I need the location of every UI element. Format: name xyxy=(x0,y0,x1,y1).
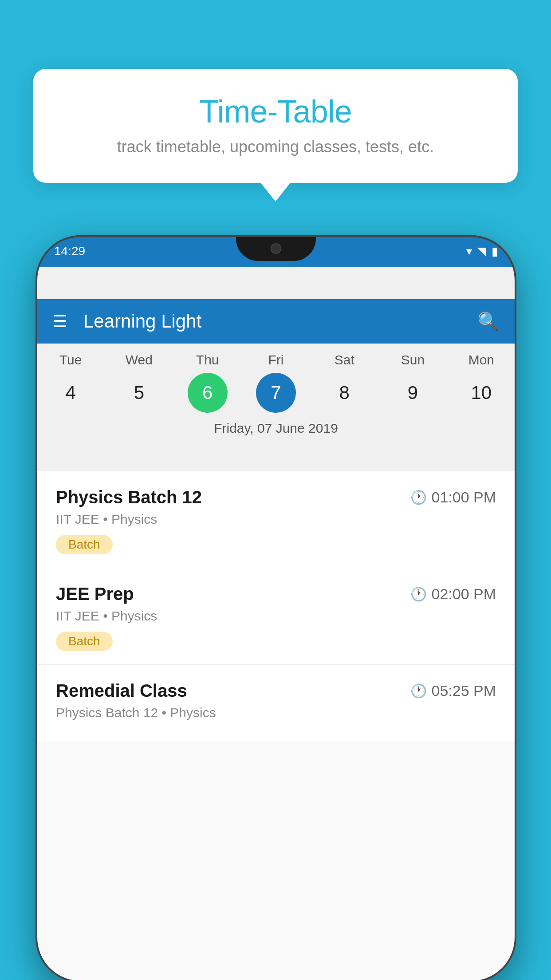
item-row1: Physics Batch 12 🕐 01:00 PM xyxy=(56,487,496,507)
status-icons: ▾ ◥ ▮ xyxy=(466,245,498,258)
day-names-row: Tue Wed Thu Fri Sat Sun Mon xyxy=(36,344,516,371)
bubble-subtitle: track timetable, upcoming classes, tests… xyxy=(60,138,491,156)
speech-bubble: Time-Table track timetable, upcoming cla… xyxy=(33,69,518,183)
clock-icon-2: 🕐 xyxy=(410,586,427,602)
day-sat[interactable]: Sat xyxy=(315,352,373,368)
app-bar: ☰ Learning Light 🔍 xyxy=(36,299,516,344)
time-value-2: 02:00 PM xyxy=(431,585,496,603)
hamburger-icon[interactable]: ☰ xyxy=(52,313,67,330)
day-tue[interactable]: Tue xyxy=(42,352,99,368)
calendar-strip: Tue Wed Thu Fri Sat Sun Mon 4 5 6 7 8 9 … xyxy=(36,344,516,450)
date-9[interactable]: 9 xyxy=(393,373,433,413)
batch-badge-1: Batch xyxy=(56,535,113,554)
day-mon[interactable]: Mon xyxy=(453,352,510,368)
schedule-item-3[interactable]: Remedial Class 🕐 05:25 PM Physics Batch … xyxy=(36,665,516,742)
selected-date-label: Friday, 07 June 2019 xyxy=(36,418,516,442)
date-10[interactable]: 10 xyxy=(461,373,501,413)
date-8[interactable]: 8 xyxy=(324,373,364,413)
date-4[interactable]: 4 xyxy=(51,373,91,413)
item-time-3: 🕐 05:25 PM xyxy=(410,682,496,699)
phone-screen: ☰ Learning Light 🔍 Tue Wed Thu Fri Sat S… xyxy=(36,267,516,980)
clock-icon-1: 🕐 xyxy=(410,490,427,505)
item-row2-header: JEE Prep 🕐 02:00 PM xyxy=(56,584,496,604)
item-subtitle-2: IIT JEE • Physics xyxy=(56,609,496,624)
item-name-3: Remedial Class xyxy=(56,681,187,701)
schedule-list: Physics Batch 12 🕐 01:00 PM IIT JEE • Ph… xyxy=(36,471,516,980)
item-name-1: Physics Batch 12 xyxy=(56,487,202,507)
schedule-item-1[interactable]: Physics Batch 12 🕐 01:00 PM IIT JEE • Ph… xyxy=(36,471,516,568)
search-icon[interactable]: 🔍 xyxy=(477,311,500,332)
batch-badge-2: Batch xyxy=(56,632,113,651)
day-wed[interactable]: Wed xyxy=(110,352,168,368)
time-value-1: 01:00 PM xyxy=(431,489,496,506)
day-thu[interactable]: Thu xyxy=(179,352,236,368)
date-5[interactable]: 5 xyxy=(119,373,159,413)
day-fri[interactable]: Fri xyxy=(247,352,305,368)
bubble-title: Time-Table xyxy=(60,93,491,130)
signal-icon: ◥ xyxy=(477,245,486,258)
clock-icon-3: 🕐 xyxy=(410,683,427,699)
status-bar: 14:29 ▾ ◥ ▮ xyxy=(36,235,516,267)
front-camera xyxy=(271,243,281,254)
status-time: 14:29 xyxy=(54,244,85,258)
date-7-selected[interactable]: 7 xyxy=(256,373,296,413)
notch xyxy=(236,235,316,261)
item-subtitle-1: IIT JEE • Physics xyxy=(56,512,496,527)
item-name-2: JEE Prep xyxy=(56,584,134,604)
wifi-icon: ▾ xyxy=(466,245,472,258)
item-row3-header: Remedial Class 🕐 05:25 PM xyxy=(56,681,496,701)
schedule-item-2[interactable]: JEE Prep 🕐 02:00 PM IIT JEE • Physics Ba… xyxy=(36,568,516,665)
date-6-today[interactable]: 6 xyxy=(188,373,228,413)
item-time-1: 🕐 01:00 PM xyxy=(410,489,496,506)
day-sun[interactable]: Sun xyxy=(384,352,442,368)
day-numbers-row: 4 5 6 7 8 9 10 xyxy=(36,371,516,418)
time-value-3: 05:25 PM xyxy=(431,682,496,699)
app-title: Learning Light xyxy=(83,311,477,332)
item-subtitle-3: Physics Batch 12 • Physics xyxy=(56,705,496,720)
phone-frame: 14:29 ▾ ◥ ▮ ☰ Learning Light 🔍 Tue Wed T… xyxy=(36,235,516,980)
battery-icon: ▮ xyxy=(492,245,498,258)
item-time-2: 🕐 02:00 PM xyxy=(410,585,496,603)
